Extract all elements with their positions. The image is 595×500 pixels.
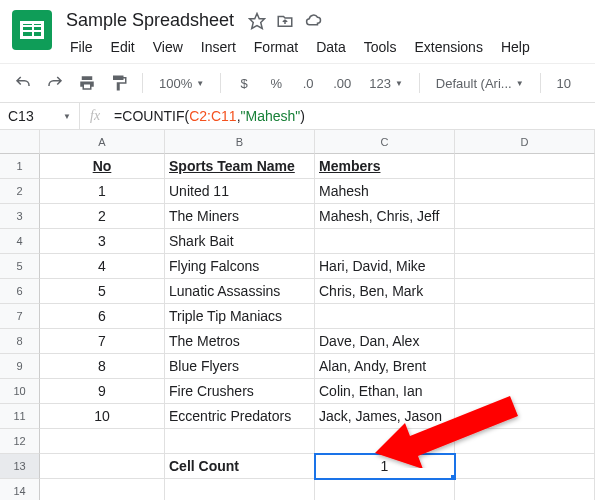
cell[interactable]: Triple Tip Maniacs xyxy=(165,304,315,329)
menu-help[interactable]: Help xyxy=(493,35,538,59)
cell[interactable]: 6 xyxy=(40,304,165,329)
row-header[interactable]: 8 xyxy=(0,329,40,354)
cell[interactable] xyxy=(455,229,595,254)
cell[interactable]: Dave, Dan, Alex xyxy=(315,329,455,354)
cell[interactable]: Eccentric Predators xyxy=(165,404,315,429)
cell[interactable] xyxy=(455,179,595,204)
menu-tools[interactable]: Tools xyxy=(356,35,405,59)
undo-icon[interactable] xyxy=(10,70,36,96)
column-header-B[interactable]: B xyxy=(165,130,315,154)
cell[interactable] xyxy=(40,454,165,479)
cell[interactable] xyxy=(315,304,455,329)
print-icon[interactable] xyxy=(74,70,100,96)
cell[interactable]: Mahesh, Chris, Jeff xyxy=(315,204,455,229)
cell[interactable] xyxy=(165,479,315,500)
cell[interactable]: 4 xyxy=(40,254,165,279)
menu-insert[interactable]: Insert xyxy=(193,35,244,59)
cell[interactable]: 9 xyxy=(40,379,165,404)
cell[interactable] xyxy=(455,429,595,454)
move-icon[interactable] xyxy=(276,12,294,30)
redo-icon[interactable] xyxy=(42,70,68,96)
cell[interactable] xyxy=(40,479,165,500)
row-header[interactable]: 9 xyxy=(0,354,40,379)
star-icon[interactable] xyxy=(248,12,266,30)
row-header[interactable]: 12 xyxy=(0,429,40,454)
cell[interactable]: Sports Team Name xyxy=(165,154,315,179)
document-title[interactable]: Sample Spreadsheet xyxy=(62,8,238,33)
cell[interactable]: Blue Flyers xyxy=(165,354,315,379)
cell[interactable] xyxy=(455,204,595,229)
sheets-logo-icon[interactable] xyxy=(12,10,52,50)
cell[interactable]: No xyxy=(40,154,165,179)
cell[interactable]: Lunatic Assassins xyxy=(165,279,315,304)
row-header[interactable]: 7 xyxy=(0,304,40,329)
cell[interactable] xyxy=(455,329,595,354)
cell[interactable] xyxy=(40,429,165,454)
increase-decimal-icon[interactable]: .00 xyxy=(327,70,357,96)
name-box[interactable]: C13▼ xyxy=(0,103,80,129)
row-header[interactable]: 3 xyxy=(0,204,40,229)
cell[interactable] xyxy=(455,354,595,379)
cell[interactable]: 8 xyxy=(40,354,165,379)
column-header-C[interactable]: C xyxy=(315,130,455,154)
cell[interactable]: 5 xyxy=(40,279,165,304)
cell[interactable]: Flying Falcons xyxy=(165,254,315,279)
cell[interactable] xyxy=(455,304,595,329)
font-dropdown[interactable]: Default (Ari...▼ xyxy=(430,72,530,95)
font-size[interactable]: 10 xyxy=(551,72,577,95)
formula-bar[interactable]: =COUNTIF(C2:C11,"Mahesh") xyxy=(110,108,595,124)
cell[interactable]: Hari, David, Mike xyxy=(315,254,455,279)
cell[interactable]: 3 xyxy=(40,229,165,254)
cell[interactable] xyxy=(455,479,595,500)
menu-file[interactable]: File xyxy=(62,35,101,59)
cell[interactable] xyxy=(315,229,455,254)
cell[interactable] xyxy=(165,429,315,454)
spreadsheet-grid[interactable]: ABCD1NoSports Team NameMembers21United 1… xyxy=(0,130,595,500)
cell[interactable] xyxy=(455,279,595,304)
menu-data[interactable]: Data xyxy=(308,35,354,59)
cell[interactable] xyxy=(315,479,455,500)
row-header[interactable]: 14 xyxy=(0,479,40,500)
cell[interactable]: 7 xyxy=(40,329,165,354)
menu-view[interactable]: View xyxy=(145,35,191,59)
column-header-D[interactable]: D xyxy=(455,130,595,154)
cell[interactable]: Mahesh xyxy=(315,179,455,204)
number-format-dropdown[interactable]: 123▼ xyxy=(363,72,409,95)
select-all-corner[interactable] xyxy=(0,130,40,154)
cell[interactable]: Fire Crushers xyxy=(165,379,315,404)
cell[interactable]: Chris, Ben, Mark xyxy=(315,279,455,304)
cell[interactable]: Jack, James, Jason xyxy=(315,404,455,429)
cell[interactable]: Alan, Andy, Brent xyxy=(315,354,455,379)
cell[interactable] xyxy=(315,429,455,454)
zoom-dropdown[interactable]: 100%▼ xyxy=(153,72,210,95)
decrease-decimal-icon[interactable]: .0 xyxy=(295,70,321,96)
row-header[interactable]: 1 xyxy=(0,154,40,179)
menu-format[interactable]: Format xyxy=(246,35,306,59)
paint-format-icon[interactable] xyxy=(106,70,132,96)
cell[interactable]: Cell Count xyxy=(165,454,315,479)
row-header[interactable]: 4 xyxy=(0,229,40,254)
row-header[interactable]: 10 xyxy=(0,379,40,404)
cell[interactable]: The Metros xyxy=(165,329,315,354)
cell[interactable]: United 11 xyxy=(165,179,315,204)
row-header[interactable]: 13 xyxy=(0,454,40,479)
cell[interactable] xyxy=(455,379,595,404)
cell[interactable]: The Miners xyxy=(165,204,315,229)
menu-extensions[interactable]: Extensions xyxy=(406,35,490,59)
cell[interactable]: Members xyxy=(315,154,455,179)
cell[interactable] xyxy=(455,254,595,279)
row-header[interactable]: 2 xyxy=(0,179,40,204)
percent-icon[interactable]: % xyxy=(263,70,289,96)
cell[interactable]: 10 xyxy=(40,404,165,429)
cell[interactable]: Colin, Ethan, Ian xyxy=(315,379,455,404)
cell[interactable]: 1 xyxy=(315,454,455,479)
cell[interactable]: 1 xyxy=(40,179,165,204)
cell[interactable] xyxy=(455,404,595,429)
row-header[interactable]: 5 xyxy=(0,254,40,279)
cloud-status-icon[interactable] xyxy=(304,12,322,30)
row-header[interactable]: 6 xyxy=(0,279,40,304)
menu-edit[interactable]: Edit xyxy=(103,35,143,59)
currency-icon[interactable]: $ xyxy=(231,70,257,96)
column-header-A[interactable]: A xyxy=(40,130,165,154)
cell[interactable] xyxy=(455,454,595,479)
